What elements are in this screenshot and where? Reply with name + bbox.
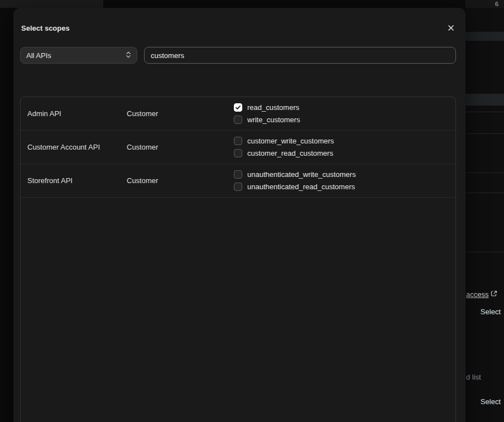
external-link-icon — [491, 290, 497, 299]
background-divider — [465, 172, 504, 173]
background-text-fragment: d list — [466, 373, 481, 381]
api-filter-select[interactable]: All APIs — [20, 47, 137, 64]
scope-label: unauthenticated_write_customers — [247, 170, 356, 179]
scope-option: read_customers — [234, 103, 455, 112]
scope-list: unauthenticated_write_customers unauthen… — [234, 165, 455, 196]
background-divider — [465, 193, 504, 193]
scope-group: Customer — [127, 176, 234, 185]
scopes-table: Admin API Customer read_customers — [20, 97, 456, 422]
scope-checkbox[interactable] — [234, 137, 242, 145]
api-filter-selected-value: All APIs — [26, 51, 51, 60]
table-row: Admin API Customer read_customers — [21, 97, 455, 131]
table-row: Storefront API Customer unauthenticated_… — [21, 164, 455, 198]
scope-checkbox[interactable] — [234, 149, 242, 157]
background-divider — [465, 252, 504, 252]
close-button[interactable] — [444, 21, 458, 35]
scope-group: Customer — [127, 109, 234, 118]
api-name: Customer Account API — [21, 143, 127, 151]
modal-header: Select scopes — [13, 8, 465, 35]
scope-list: read_customers write_customers — [234, 98, 455, 130]
background-section-strip — [465, 94, 504, 106]
background-top-bar-fragment: 6 — [465, 0, 504, 8]
background-section-strip — [465, 32, 504, 41]
scope-label: unauthenticated_read_customers — [247, 183, 355, 191]
scope-option: customer_write_customers — [234, 137, 455, 145]
background-badge: 6 — [495, 1, 498, 7]
scope-option: customer_read_customers — [234, 149, 455, 157]
scope-checkbox[interactable] — [234, 170, 242, 179]
select-caret-icon — [126, 51, 131, 60]
filter-controls: All APIs — [13, 47, 465, 64]
scope-search-input[interactable] — [144, 47, 456, 64]
close-icon — [447, 24, 455, 32]
scope-label: customer_read_customers — [247, 149, 333, 157]
table-row: Customer Account API Customer customer_w… — [21, 131, 455, 164]
select-scopes-modal: Select scopes All APIs Admin API Custome — [13, 8, 465, 422]
background-select-button[interactable]: Select — [481, 308, 501, 316]
background-select-button[interactable]: Select — [481, 397, 501, 406]
background-divider — [465, 112, 504, 112]
scope-label: write_customers — [247, 116, 300, 124]
background-divider — [465, 133, 504, 134]
api-name: Storefront API — [21, 176, 127, 185]
api-name: Admin API — [21, 109, 127, 118]
background-access-link-label: access — [466, 290, 488, 299]
scope-option: write_customers — [234, 116, 455, 124]
check-icon — [235, 104, 241, 111]
scope-label: read_customers — [247, 103, 299, 112]
scope-checkbox[interactable] — [234, 183, 242, 191]
background-access-link[interactable]: access — [466, 290, 497, 299]
scope-checkbox[interactable] — [234, 116, 242, 124]
scope-option: unauthenticated_read_customers — [234, 183, 455, 191]
background-page-header-fragment — [0, 0, 103, 8]
scope-label: customer_write_customers — [247, 137, 334, 145]
scope-group: Customer — [127, 143, 234, 151]
scope-list: customer_write_customers customer_read_c… — [234, 131, 455, 163]
scope-option: unauthenticated_write_customers — [234, 170, 455, 179]
scope-checkbox[interactable] — [234, 103, 242, 112]
modal-title: Select scopes — [21, 24, 70, 32]
background-page-right-fragment: 6 access Select d list Select — [465, 0, 504, 422]
